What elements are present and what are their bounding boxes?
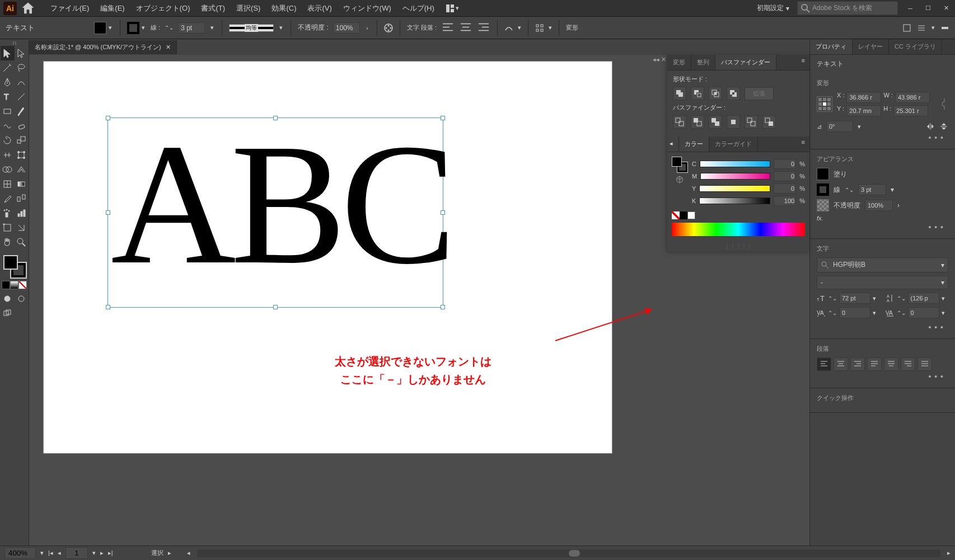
tracking-input[interactable] (908, 307, 939, 318)
merge-button[interactable] (709, 115, 722, 129)
menu-window[interactable]: ウィンドウ(W) (339, 1, 396, 16)
align-right-icon[interactable] (477, 21, 490, 35)
c-input[interactable] (774, 159, 796, 169)
slice-tool[interactable] (15, 220, 29, 235)
para-justify-center[interactable] (884, 357, 898, 371)
spectrum-picker[interactable] (672, 223, 805, 236)
menu-select[interactable]: 選択(S) (232, 1, 265, 16)
tab-cclib[interactable]: CC ライブラリ (889, 39, 942, 54)
shaper-tool[interactable] (1, 119, 15, 133)
menu-object[interactable]: オブジェクト(O) (132, 1, 195, 16)
menu-view[interactable]: 表示(V) (303, 1, 336, 16)
font-style-select[interactable]: -▾ (817, 276, 948, 289)
prev-artboard-icon[interactable]: ◂ (58, 549, 61, 557)
exclude-button[interactable] (727, 87, 740, 100)
opacity-prop-input[interactable] (865, 200, 893, 211)
maximize-button[interactable]: ☐ (923, 4, 934, 12)
transform-more[interactable]: • • • (817, 132, 948, 143)
rotate-input[interactable] (826, 121, 853, 132)
type-tool[interactable]: T (1, 90, 15, 104)
artboard-num-input[interactable] (65, 547, 88, 559)
x-input[interactable] (846, 92, 881, 103)
direct-selection-tool[interactable] (15, 46, 29, 60)
m-input[interactable] (774, 171, 796, 181)
lasso-tool[interactable] (15, 60, 29, 75)
y-input[interactable] (774, 183, 796, 194)
tab-color[interactable]: カラー (679, 137, 709, 152)
magic-wand-tool[interactable] (1, 60, 15, 75)
minus-front-button[interactable] (691, 87, 704, 100)
k-input[interactable] (774, 196, 796, 206)
gradient-tool[interactable] (15, 177, 29, 191)
font-family-select[interactable]: HGP明朝B▾ (817, 257, 948, 272)
fill-stroke-picker[interactable] (3, 255, 26, 277)
workspace-switcher[interactable]: 初期設定▾ (753, 2, 793, 14)
panel-resize-handle[interactable]: ⋮⋮⋮⋮⋮ (667, 241, 809, 251)
minimize-button[interactable]: ─ (905, 4, 916, 12)
flip-v-icon[interactable] (939, 122, 948, 131)
color-panel-menu-icon[interactable]: ≡ (797, 137, 809, 152)
menu-type[interactable]: 書式(T) (196, 1, 230, 16)
eraser-tool[interactable] (15, 119, 29, 133)
para-align-left[interactable] (817, 357, 831, 371)
white-color[interactable] (687, 211, 695, 219)
stock-search-input[interactable]: Adobe Stock を検索 (797, 1, 898, 15)
color-mode-gradient[interactable] (10, 281, 18, 289)
para-justify-left[interactable] (867, 357, 882, 371)
link-wh-icon[interactable] (940, 96, 948, 112)
appearance-more[interactable]: • • • (817, 222, 948, 233)
menu-help[interactable]: ヘルプ(H) (398, 1, 439, 16)
para-justify-all[interactable] (917, 357, 932, 371)
align-center-icon[interactable] (459, 21, 472, 35)
menu-file[interactable]: ファイル(E) (46, 1, 93, 16)
canvas-text[interactable]: ABC (111, 117, 451, 291)
black-color[interactable] (680, 211, 687, 219)
free-transform-tool[interactable] (15, 148, 29, 162)
hand-tool[interactable] (1, 235, 15, 250)
divide-button[interactable] (673, 115, 686, 129)
perspective-grid-tool[interactable] (15, 162, 29, 177)
fill-swatch[interactable] (94, 22, 106, 34)
transform-label[interactable]: 変形 (566, 23, 578, 32)
outline-button[interactable] (745, 115, 758, 129)
tool-dropdown-icon[interactable]: ▸ (168, 549, 171, 557)
warp-icon[interactable] (504, 23, 513, 32)
artboard[interactable]: ABC 太さが選択できないフォントは ここに「－」しかありません (44, 62, 612, 453)
tab-pathfinder[interactable]: パスファインダー (715, 55, 776, 70)
arrange-docs-icon[interactable] (446, 4, 455, 13)
mesh-tool[interactable] (1, 177, 15, 191)
artboard-tool[interactable] (1, 220, 15, 235)
w-input[interactable] (895, 92, 930, 103)
line-tool[interactable] (15, 90, 29, 104)
stroke-color-swatch[interactable] (817, 183, 829, 196)
options-icon-3[interactable] (940, 23, 949, 32)
stroke-weight-input[interactable] (858, 184, 886, 195)
tab-properties[interactable]: プロパティ (810, 39, 853, 54)
last-artboard-icon[interactable]: ▸| (108, 549, 113, 557)
m-slider[interactable] (700, 173, 770, 180)
curvature-tool[interactable] (15, 75, 29, 90)
rotate-tool[interactable] (1, 133, 15, 148)
trim-button[interactable] (691, 115, 704, 129)
color-mode-fill[interactable] (2, 281, 10, 289)
c-slider[interactable] (700, 161, 770, 167)
align-left-icon[interactable] (441, 21, 455, 35)
tab-color-guide[interactable]: カラーガイド (709, 137, 758, 152)
fill-color-swatch[interactable] (817, 168, 829, 180)
selection-tool[interactable] (1, 46, 15, 60)
h-input[interactable] (893, 105, 928, 116)
stroke-profile-dropdown[interactable]: ▾ (278, 22, 284, 34)
first-artboard-icon[interactable]: |◂ (48, 549, 53, 557)
character-more[interactable]: • • • (817, 322, 948, 333)
home-icon[interactable] (20, 1, 36, 16)
column-graph-tool[interactable] (15, 206, 29, 220)
screen-mode-full[interactable] (15, 291, 29, 306)
color-mode-none[interactable] (18, 281, 27, 289)
close-button[interactable]: ✕ (940, 4, 952, 12)
scroll-left-icon[interactable]: ◂ (187, 549, 190, 557)
eyedropper-tool[interactable] (1, 191, 15, 206)
options-icon-2[interactable] (917, 23, 926, 32)
align-to-icon[interactable] (535, 23, 544, 32)
scale-tool[interactable] (15, 133, 29, 148)
para-justify-right[interactable] (901, 357, 915, 371)
